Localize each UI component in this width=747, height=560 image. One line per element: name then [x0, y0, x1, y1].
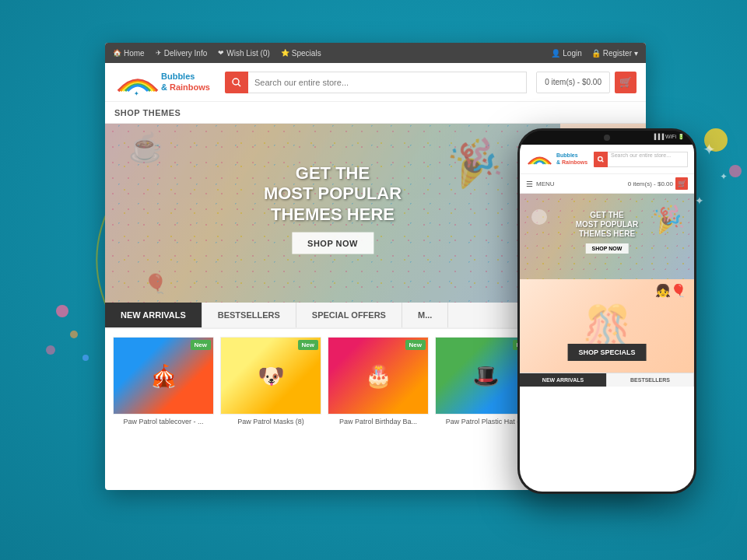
product-card-1[interactable]: 🎪 New Paw Patrol tablecover - ...: [113, 337, 214, 442]
phone-hero-line2: MOST POPULAR: [576, 220, 639, 229]
search-button[interactable]: [225, 72, 248, 93]
logo-area[interactable]: ✦ Bubbles& Rainbows: [114, 68, 216, 97]
hero-cta-button[interactable]: SHOP NOW: [292, 233, 374, 254]
phone-signal: ▐▐▐ WiFi 🔋: [652, 134, 685, 140]
svg-point-9: [598, 156, 602, 160]
site-header: ✦ Bubbles& Rainbows 0 item(s) - $0.00 🛒: [105, 63, 646, 102]
phone-tab-bestsellers[interactable]: BESTSELLERS: [607, 373, 694, 387]
nav-home[interactable]: 🏠 Home: [113, 49, 145, 58]
nav-delivery[interactable]: ✈ Delivery Info: [156, 49, 208, 58]
hero-line3: THEMES HERE: [271, 204, 395, 223]
phone-tab-new-arrivals[interactable]: NEW ARRIVALS: [520, 373, 607, 387]
lock-icon: 🔒: [591, 49, 601, 58]
phone-search-input[interactable]: Search our entire store...: [608, 152, 688, 167]
hero-line1: GET THE: [296, 163, 370, 183]
phone-header: Bubbles& Rainbows Search our entire stor…: [520, 145, 694, 174]
phone-hero: 🎉 GET THE MOST POPULAR THEMES HERE SHOP …: [520, 194, 694, 279]
cart-icon[interactable]: 🛒: [615, 72, 637, 93]
phone-search-bar: Search our entire store...: [594, 152, 688, 167]
star-icon: ⭐: [281, 49, 289, 57]
tab-new-arrivals[interactable]: NEW ARRIVALS: [105, 303, 202, 327]
product-name-1: Paw Patrol tablecover - ...: [113, 418, 214, 427]
themes-bar: SHOP THEMES: [105, 102, 646, 124]
phone-menu-bar: ☰ MENU 0 item(s) - $0.00 🛒: [520, 174, 694, 194]
phone-screen: Bubbles& Rainbows Search our entire stor…: [520, 145, 694, 492]
hero-main: ☕ 🎉 🎈 GET THE MOST POPULAR THEMES HERE S…: [105, 124, 560, 303]
nav-login-label: Login: [563, 49, 581, 58]
product-badge-2: New: [298, 340, 318, 350]
search-bar: [225, 72, 527, 93]
phone-specials-kids: 👧🎈: [655, 283, 686, 298]
phone-cart-text: 0 item(s) - $0.00: [628, 180, 673, 187]
nav-specials-label: Specials: [292, 49, 321, 58]
phone-notch: ▐▐▐ WiFi 🔋: [520, 131, 694, 145]
hero-line2: MOST POPULAR: [264, 184, 402, 203]
product-badge-1: New: [191, 340, 211, 350]
tab-special-offers[interactable]: SPECIAL OFFERS: [296, 303, 402, 327]
tab-more[interactable]: M...: [402, 303, 448, 327]
phone-menu-label: MENU: [536, 180, 555, 187]
nav-home-label: Home: [124, 49, 145, 58]
phone-camera: [604, 135, 610, 141]
phone-cart-icon[interactable]: 🛒: [675, 177, 688, 190]
svg-line-8: [238, 84, 240, 86]
top-navigation: 🏠 Home ✈ Delivery Info ❤ Wish List (0) ⭐…: [105, 43, 646, 63]
cart-area: 0 item(s) - $0.00 🛒: [536, 72, 637, 93]
hero-title: GET THE MOST POPULAR THEMES HERE: [264, 163, 402, 225]
themes-label: SHOP THEMES: [114, 108, 181, 117]
phone-hero-title: GET THE MOST POPULAR THEMES HERE: [576, 211, 639, 239]
logo-name: Bubbles& Rainbows: [161, 72, 210, 92]
phone-cart-area: 0 item(s) - $0.00 🛒: [628, 177, 688, 190]
phone-hero-text: GET THE MOST POPULAR THEMES HERE SHOP NO…: [576, 211, 639, 254]
nav-specials[interactable]: ⭐ Specials: [281, 49, 321, 58]
tab-bestsellers[interactable]: BESTSELLERS: [202, 303, 296, 327]
phone-specials-section: 🎊 👧🎈 SHOP SPECIALS: [520, 279, 694, 373]
phone-search-button[interactable]: [594, 152, 608, 167]
heart-icon: ❤: [218, 49, 224, 57]
nav-register-label: Register: [603, 49, 632, 58]
phone-hero-line3: THEMES HERE: [579, 229, 635, 238]
nav-register[interactable]: 🔒 Register ▾: [591, 49, 638, 58]
phone-search-placeholder: Search our entire store...: [611, 152, 671, 158]
search-icon: [232, 78, 241, 87]
hamburger-icon: ☰: [526, 180, 533, 188]
phone-logo: [526, 149, 553, 169]
home-icon: 🏠: [113, 49, 121, 57]
svg-text:✦: ✦: [134, 90, 139, 97]
chevron-down-icon: ▾: [634, 49, 638, 58]
nav-delivery-label: Delivery Info: [164, 49, 208, 58]
phone-hero-line1: GET THE: [590, 211, 623, 219]
product-name-3: Paw Patrol Birthday Ba...: [328, 418, 429, 427]
nav-wishlist-label: Wish List (0): [226, 49, 270, 58]
phone-tabs: NEW ARRIVALS BESTSELLERS: [520, 373, 694, 387]
search-input[interactable]: [248, 72, 527, 93]
logo-text-area: Bubbles& Rainbows: [161, 72, 210, 92]
product-badge-3: New: [405, 340, 426, 350]
cart-text: 0 item(s) - $0.00: [545, 78, 601, 86]
svg-line-10: [601, 160, 603, 162]
delivery-icon: ✈: [156, 49, 162, 57]
phone-hero-button[interactable]: SHOP NOW: [586, 243, 629, 254]
nav-right: 👤 Login 🔒 Register ▾: [551, 49, 638, 58]
phone-menu-left: ☰ MENU: [526, 180, 555, 188]
phone-search-icon: [598, 156, 604, 163]
phone-specials-button[interactable]: SHOP SPECIALS: [568, 344, 647, 361]
logo-image: ✦: [114, 68, 161, 97]
svg-point-7: [233, 79, 239, 85]
hero-text: GET THE MOST POPULAR THEMES HERE SHOP NO…: [264, 163, 402, 254]
phone-logo-text: Bubbles& Rainbows: [556, 152, 587, 166]
cart-button[interactable]: 0 item(s) - $0.00: [536, 72, 610, 93]
nav-wishlist[interactable]: ❤ Wish List (0): [218, 49, 270, 58]
product-name-2: Paw Patrol Masks (8): [220, 418, 321, 427]
phone-mockup: ▐▐▐ WiFi 🔋 Bubbles& Rainbows: [517, 128, 696, 494]
user-icon: 👤: [551, 49, 560, 58]
nav-login[interactable]: 👤 Login: [551, 49, 581, 58]
product-card-3[interactable]: 🎂 New Paw Patrol Birthday Ba...: [328, 337, 429, 442]
phone-circle-deco: [531, 209, 547, 225]
product-card-2[interactable]: 🐶 New Paw Patrol Masks (8): [220, 337, 321, 442]
